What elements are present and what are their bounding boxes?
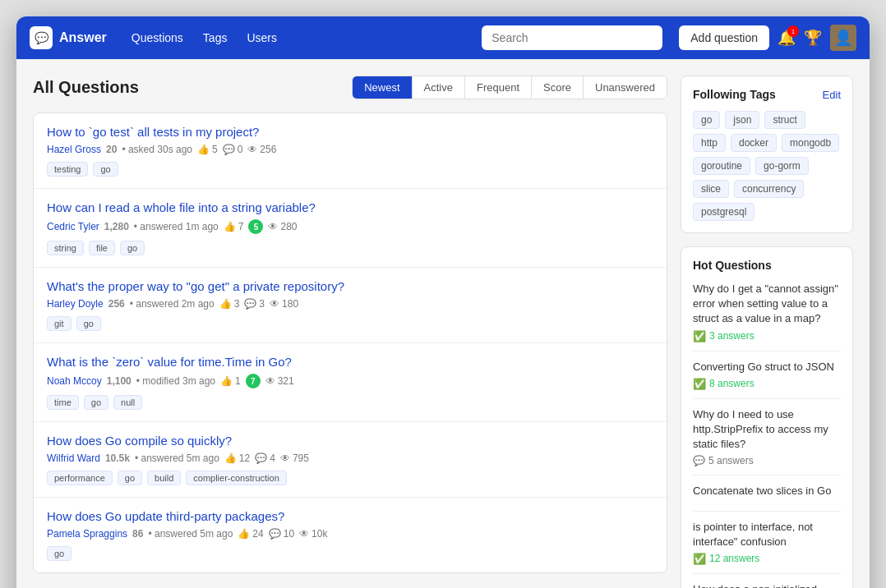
question-tag[interactable]: file	[89, 241, 115, 255]
question-user[interactable]: Harley Doyle	[47, 298, 104, 310]
hot-question-item[interactable]: Converting Go struct to JSON ✅ 8 answers	[693, 351, 841, 399]
question-user[interactable]: Wilfrid Ward	[47, 452, 100, 464]
question-item: How can I read a whole file into a strin…	[34, 189, 667, 268]
question-tag[interactable]: testing	[47, 162, 88, 177]
hot-question-item[interactable]: Why do I need to use http.StripPrefix to…	[693, 399, 841, 476]
sidebar-tag[interactable]: go-gorm	[755, 157, 809, 175]
sidebar-tag[interactable]: slice	[693, 180, 729, 198]
sidebar-tag[interactable]: postgresql	[693, 203, 754, 221]
question-tags: performancegobuildcomplier-construction	[47, 471, 653, 485]
question-tag[interactable]: build	[147, 471, 181, 485]
content: All Questions Newest Active Frequent Sco…	[16, 59, 870, 588]
sidebar-tag[interactable]: struct	[764, 111, 805, 129]
sidebar-tag[interactable]: docker	[731, 134, 777, 152]
filter-active[interactable]: Active	[413, 76, 465, 99]
hot-question-item[interactable]: Concatenate two slices in Go	[693, 475, 841, 511]
filter-frequent[interactable]: Frequent	[465, 76, 532, 99]
question-tag[interactable]: complier-construction	[186, 471, 287, 485]
filter-newest[interactable]: Newest	[353, 76, 412, 99]
question-tag[interactable]: go	[76, 316, 101, 331]
main-panel: All Questions Newest Active Frequent Sco…	[33, 76, 667, 588]
question-user[interactable]: Noah Mccoy	[47, 375, 102, 387]
notification-button[interactable]: 🔔 1	[778, 29, 796, 47]
hot-comment-badge: 💬 5 answers	[693, 455, 841, 466]
sidebar-tag[interactable]: mongodb	[782, 134, 839, 152]
question-tag[interactable]: go	[93, 162, 118, 177]
hot-answer-badge: ✅ 12 answers	[693, 553, 841, 565]
logo-icon: 💬	[30, 26, 53, 49]
hot-question-item[interactable]: How does a non initialized channel behav…	[693, 574, 841, 588]
search-input[interactable]	[482, 25, 662, 50]
add-question-button[interactable]: Add question	[679, 25, 769, 50]
vote-count: 👍 3	[219, 298, 240, 310]
question-user[interactable]: Pamela Spraggins	[47, 528, 127, 540]
question-tag[interactable]: go	[118, 471, 142, 485]
question-tag[interactable]: go	[47, 546, 72, 561]
sidebar-tag[interactable]: json	[725, 111, 759, 129]
question-tags: gitgo	[47, 316, 653, 331]
question-tag[interactable]: go	[84, 395, 108, 410]
logo[interactable]: 💬 Answer	[30, 26, 107, 49]
answer-count: 7	[246, 374, 261, 388]
question-user[interactable]: Cedric Tyler	[47, 221, 99, 232]
user-rep: 1,280	[104, 221, 129, 232]
sidebar-tag[interactable]: http	[693, 134, 726, 152]
filter-unanswered[interactable]: Unanswered	[584, 76, 667, 99]
question-title[interactable]: How to `go test` all tests in my project…	[47, 125, 653, 139]
question-tag[interactable]: time	[47, 395, 79, 410]
question-time: • answered 2m ago	[130, 298, 215, 310]
trophy-button[interactable]: 🏆	[804, 29, 822, 47]
edit-tags-link[interactable]: Edit	[823, 89, 841, 101]
sidebar-tag[interactable]: goroutine	[693, 157, 750, 175]
question-tags: go	[47, 546, 653, 561]
filter-score[interactable]: Score	[532, 76, 584, 99]
sidebar-tag[interactable]: go	[693, 111, 720, 129]
question-tag[interactable]: null	[113, 395, 142, 410]
hot-questions-header: Hot Questions	[693, 259, 841, 272]
question-item: What's the proper way to "go get" a priv…	[34, 268, 667, 343]
comment-count: 💬 3	[244, 298, 265, 310]
hot-answer-badge: ✅ 3 answers	[693, 330, 841, 342]
view-count: 👁 10k	[299, 528, 327, 540]
question-time: • answered 5m ago	[148, 528, 233, 540]
question-title[interactable]: How can I read a whole file into a strin…	[47, 200, 653, 214]
question-title[interactable]: What's the proper way to "go get" a priv…	[47, 279, 653, 293]
question-meta: Cedric Tyler1,280• answered 1m ago👍 75👁 …	[47, 219, 653, 234]
question-tag[interactable]: performance	[47, 471, 113, 485]
question-time: • answered 1m ago	[134, 221, 219, 232]
following-tags-grid: gojsonstructhttpdockermongodbgoroutinego…	[693, 111, 841, 221]
following-tags-card: Following Tags Edit gojsonstructhttpdock…	[681, 76, 853, 233]
view-count: 👁 280	[268, 221, 297, 232]
hot-question-title: Why do I need to use http.StripPrefix to…	[693, 407, 841, 452]
user-rep: 256	[108, 298, 125, 310]
view-count: 👁 795	[280, 452, 309, 464]
user-rep: 20	[106, 144, 117, 155]
vote-count: 👍 24	[238, 528, 263, 540]
vote-count: 👍 7	[224, 221, 244, 232]
question-user[interactable]: Hazel Gross	[47, 144, 101, 155]
view-count: 👁 180	[270, 298, 298, 310]
question-tag[interactable]: go	[120, 241, 145, 255]
sidebar: Following Tags Edit gojsonstructhttpdock…	[681, 76, 853, 588]
hot-question-item[interactable]: is pointer to interface, not interface" …	[693, 512, 841, 574]
question-tag[interactable]: git	[47, 316, 72, 331]
hot-question-item[interactable]: Why do I get a "cannot assign" error whe…	[693, 282, 841, 351]
view-count: 👁 256	[247, 144, 276, 155]
nav-users[interactable]: Users	[238, 26, 285, 49]
filter-tabs: Newest Active Frequent Score Unanswered	[352, 76, 667, 99]
question-title[interactable]: How does Go update third-party packages?	[47, 509, 653, 523]
hot-questions-title: Hot Questions	[693, 259, 772, 272]
sidebar-tag[interactable]: concurrency	[734, 180, 804, 198]
app-window: 💬 Answer Questions Tags Users Add questi…	[16, 16, 870, 588]
avatar[interactable]: 👤	[830, 25, 856, 51]
nav-tags[interactable]: Tags	[195, 26, 236, 49]
question-title[interactable]: How does Go compile so quickly?	[47, 434, 653, 448]
question-tag[interactable]: string	[47, 241, 84, 255]
question-title[interactable]: What is the `zero` value for time.Time i…	[47, 355, 653, 369]
nav-questions[interactable]: Questions	[123, 26, 192, 49]
question-time: • modified 3m ago	[136, 375, 215, 387]
hot-question-title: is pointer to interface, not interface" …	[693, 520, 841, 549]
view-count: 👁 321	[265, 375, 294, 387]
answer-count: 5	[248, 219, 263, 234]
comment-count: 💬 10	[269, 528, 294, 540]
